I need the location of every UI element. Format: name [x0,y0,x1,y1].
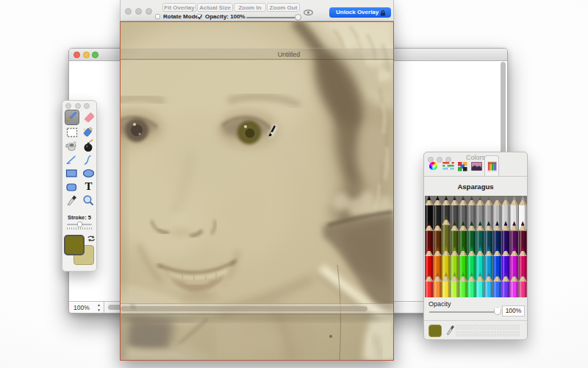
svg-text:Untitled: Untitled [278,51,301,58]
